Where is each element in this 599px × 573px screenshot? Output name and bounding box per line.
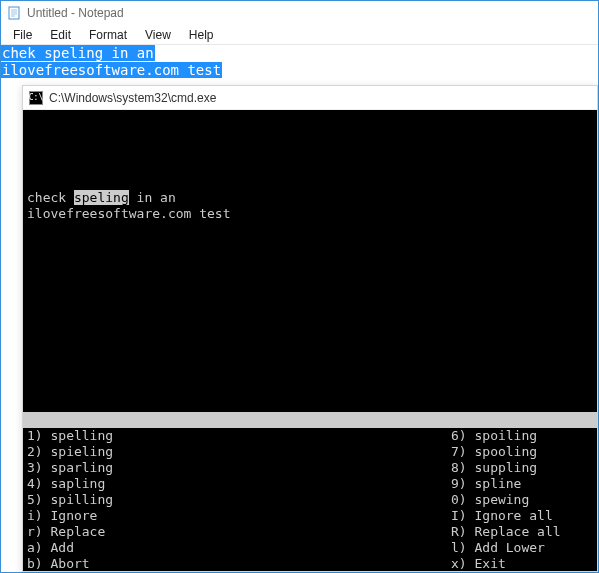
notepad-titlebar[interactable]: Untitled - Notepad xyxy=(1,1,598,25)
action-ignore-all: I) Ignore all xyxy=(451,508,597,524)
cmd-text-line1: check speling in an xyxy=(23,190,597,206)
selected-text-line2: ilovefreesoftware.com test xyxy=(1,62,222,78)
selected-text-line1: chek speling in an xyxy=(1,45,155,61)
cmd-title: C:\Windows\system32\cmd.exe xyxy=(49,91,216,105)
cmd-window: C:\ C:\Windows\system32\cmd.exe check sp… xyxy=(22,85,598,572)
cmd-titlebar[interactable]: C:\ C:\Windows\system32\cmd.exe xyxy=(23,86,597,110)
suggestion-8: 8) suppling xyxy=(451,460,597,476)
action-add-lower: l) Add Lower xyxy=(451,540,597,556)
action-replace-all: R) Replace all xyxy=(451,524,597,540)
action-abort: b) Abort xyxy=(27,556,447,571)
suggestions-right-col: 6) spoiling 7) spooling 8) suppling 9) s… xyxy=(447,428,597,571)
notepad-menubar: File Edit Format View Help xyxy=(1,25,598,45)
cmd-text-line2: ilovefreesoftware.com test xyxy=(23,206,597,222)
menu-format[interactable]: Format xyxy=(81,26,135,44)
suggestion-5: 5) spilling xyxy=(27,492,447,508)
menu-file[interactable]: File xyxy=(5,26,40,44)
cmd-body[interactable]: check speling in an ilovefreesoftware.co… xyxy=(23,110,597,571)
menu-help[interactable]: Help xyxy=(181,26,222,44)
menu-edit[interactable]: Edit xyxy=(42,26,79,44)
notepad-text-area[interactable]: chek speling in an ilovefreesoftware.com… xyxy=(1,45,598,79)
action-ignore: i) Ignore xyxy=(27,508,447,524)
cmd-blank-area xyxy=(23,110,597,190)
menu-view[interactable]: View xyxy=(137,26,179,44)
cmd-highlighted-word: speling xyxy=(74,190,129,205)
suggestion-0: 0) spewing xyxy=(451,492,597,508)
notepad-title: Untitled - Notepad xyxy=(27,6,124,20)
suggestion-6: 6) spoiling xyxy=(451,428,597,444)
cmd-separator-top xyxy=(23,412,597,428)
cmd-blank-area2 xyxy=(23,222,597,412)
suggestions-left-col: 1) spelling 2) spieling 3) sparling 4) s… xyxy=(23,428,447,571)
notepad-icon xyxy=(7,6,21,20)
suggestion-4: 4) sapling xyxy=(27,476,447,492)
action-exit: x) Exit xyxy=(451,556,597,571)
suggestion-3: 3) sparling xyxy=(27,460,447,476)
suggestion-9: 9) spline xyxy=(451,476,597,492)
suggestion-2: 2) spieling xyxy=(27,444,447,460)
suggestion-1: 1) spelling xyxy=(27,428,447,444)
suggestion-7: 7) spooling xyxy=(451,444,597,460)
cmd-line1-post: in an xyxy=(129,190,176,205)
action-replace: r) Replace xyxy=(27,524,447,540)
action-add: a) Add xyxy=(27,540,447,556)
svg-rect-0 xyxy=(9,7,19,19)
cmd-suggestions: 1) spelling 2) spieling 3) sparling 4) s… xyxy=(23,428,597,571)
cmd-line1-pre: check xyxy=(27,190,74,205)
cmd-icon: C:\ xyxy=(29,91,43,105)
